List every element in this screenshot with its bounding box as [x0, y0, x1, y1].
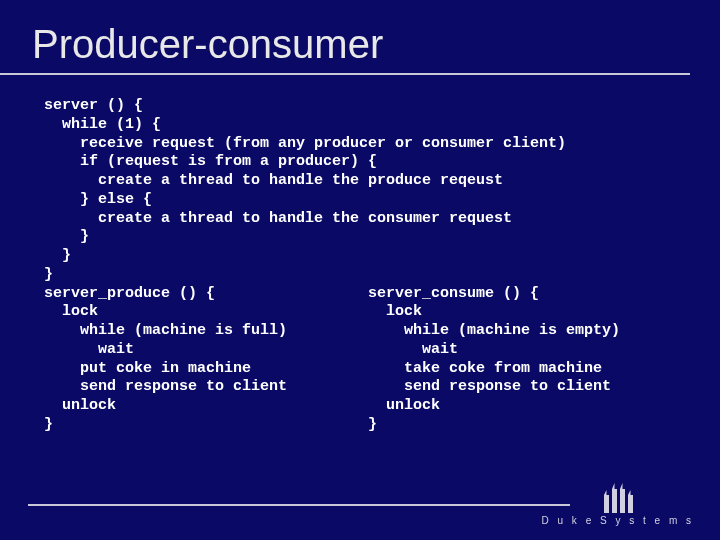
svg-rect-3 [628, 495, 633, 513]
slide-title: Producer-consumer [0, 0, 690, 75]
svg-marker-4 [604, 490, 607, 495]
svg-marker-7 [628, 490, 631, 495]
code-block-produce: server_produce () { lock while (machine … [44, 285, 364, 435]
code-block-consume: server_consume () { lock while (machine … [364, 285, 720, 435]
svg-rect-0 [604, 495, 609, 513]
footer-divider [28, 504, 570, 506]
svg-marker-6 [620, 483, 623, 489]
code-columns: server_produce () { lock while (machine … [0, 285, 720, 435]
svg-marker-5 [612, 483, 615, 489]
svg-rect-1 [612, 489, 617, 513]
code-block-server: server () { while (1) { receive request … [0, 75, 720, 285]
brand-logo: D u k e S y s t e m s [542, 483, 694, 526]
svg-rect-2 [620, 489, 625, 513]
brand-text: D u k e S y s t e m s [542, 515, 694, 526]
chapel-icon [596, 483, 640, 513]
